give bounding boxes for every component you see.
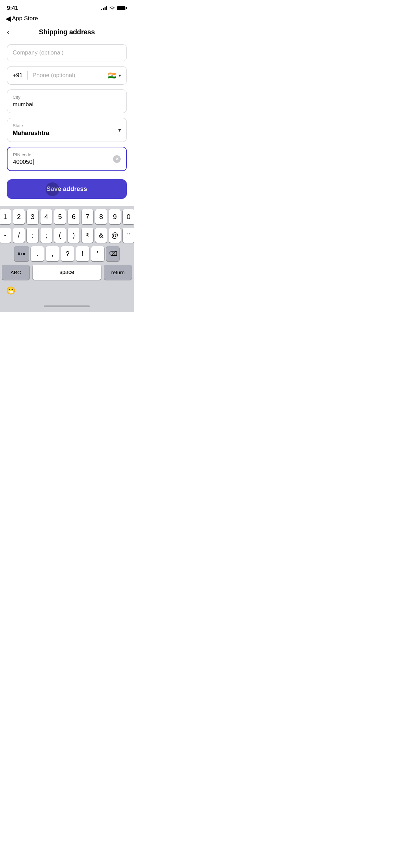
keyboard-row-misc: #+= . , ? ! ' ⌫ [1,246,132,261]
key-2[interactable]: 2 [13,209,25,224]
pin-field[interactable]: PIN code 400050 ✕ [7,147,127,171]
city-field[interactable]: City mumbai [7,89,127,113]
phone-field-inner: +91 Phone (optional) 🇮🇳 ▾ [13,71,121,80]
key-minus[interactable]: - [0,228,11,243]
key-semicolon[interactable]: ; [40,228,52,243]
key-at[interactable]: @ [109,228,121,243]
state-chevron-icon: ▾ [118,127,121,133]
state-field[interactable]: State Maharashtra ▾ [7,118,127,142]
keyboard-row-symbols: - / : ; ( ) ₹ & @ " [1,228,132,243]
app-store-back-arrow: ◀ [5,15,11,22]
key-rupee[interactable]: ₹ [82,228,93,243]
city-value: mumbai [13,101,121,108]
phone-placeholder: Phone (optional) [33,72,105,79]
phone-divider [27,71,28,80]
signal-icon [101,6,107,10]
app-store-back-nav[interactable]: ◀ App Store [0,14,134,25]
key-9[interactable]: 9 [109,209,121,224]
city-label: City [13,95,121,100]
pin-text-wrap: PIN code 400050 [13,152,113,166]
pin-label: PIN code [13,152,113,157]
keyboard-row-bottom: ABC space return [1,265,132,280]
pin-field-inner: PIN code 400050 ✕ [13,152,121,166]
ripple-effect [46,182,59,196]
key-closeparen[interactable]: ) [68,228,80,243]
home-indicator [0,300,134,312]
phone-field[interactable]: +91 Phone (optional) 🇮🇳 ▾ [7,66,127,85]
key-7[interactable]: 7 [82,209,93,224]
status-time: 9:41 [7,5,18,12]
key-1[interactable]: 1 [0,209,11,224]
key-colon[interactable]: : [27,228,38,243]
company-placeholder: Company (optional) [13,49,63,56]
status-icons [101,6,127,10]
key-8[interactable]: 8 [95,209,107,224]
pin-value: 400050 [13,159,113,166]
phone-code: +91 [13,72,23,79]
key-period[interactable]: . [31,246,44,261]
key-delete[interactable]: ⌫ [106,246,119,261]
key-exclamation[interactable]: ! [76,246,89,261]
company-field[interactable]: Company (optional) [7,44,127,61]
state-value: Maharashtra [13,130,118,137]
key-quote[interactable]: " [123,228,134,243]
key-return[interactable]: return [104,265,132,280]
key-slash[interactable]: / [13,228,25,243]
key-apostrophe[interactable]: ' [91,246,104,261]
key-comma[interactable]: , [46,246,59,261]
state-label: State [13,123,118,128]
keyboard-emoji-row: 😁 [1,283,132,300]
back-button[interactable]: ‹ [7,28,9,36]
phone-flag-area[interactable]: 🇮🇳 ▾ [108,71,121,80]
key-5[interactable]: 5 [54,209,66,224]
save-address-button[interactable]: Save address [7,179,127,199]
text-cursor [33,159,34,165]
home-bar [44,305,90,307]
keyboard-row-numbers: 1 2 3 4 5 6 7 8 9 0 [1,209,132,224]
nav-header: ‹ Shipping address [0,25,134,41]
key-ampersand[interactable]: & [95,228,107,243]
key-abc[interactable]: ABC [2,265,29,280]
form-area: Company (optional) +91 Phone (optional) … [0,41,134,171]
flag-icon: 🇮🇳 [108,71,117,80]
key-openparen[interactable]: ( [54,228,66,243]
key-6[interactable]: 6 [68,209,80,224]
page-title: Shipping address [39,28,95,36]
key-4[interactable]: 4 [40,209,52,224]
state-text-wrap: State Maharashtra [13,123,118,137]
key-question[interactable]: ? [61,246,74,261]
key-3[interactable]: 3 [27,209,38,224]
clear-icon: ✕ [115,157,119,161]
key-0[interactable]: 0 [123,209,134,224]
phone-chevron-icon: ▾ [119,73,121,78]
key-symbol-toggle[interactable]: #+= [14,246,29,261]
key-emoji[interactable]: 😁 [4,283,17,298]
wifi-icon [109,6,115,10]
state-field-inner: State Maharashtra ▾ [13,123,121,137]
app-store-label: App Store [12,15,38,22]
keyboard[interactable]: 1 2 3 4 5 6 7 8 9 0 - / : ; ( ) ₹ & @ " … [0,206,134,300]
battery-icon [117,6,127,10]
status-bar: 9:41 [0,0,134,14]
save-button-wrap: Save address [0,176,134,206]
key-space[interactable]: space [33,265,101,280]
clear-pin-button[interactable]: ✕ [113,155,121,163]
